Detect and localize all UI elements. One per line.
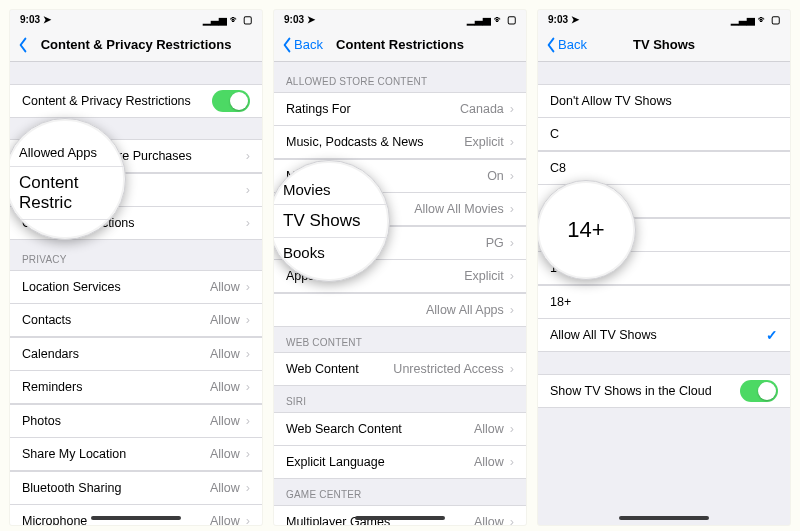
row-web-search[interactable]: Web Search ContentAllow› [274,412,526,446]
row-label: Allow All TV Shows [550,328,766,342]
scroll-area[interactable]: ALLOWED STORE CONTENT Ratings ForCanada›… [274,62,526,525]
row-value: Allow All Movies [414,202,504,216]
row-dont-allow[interactable]: Don't Allow TV Shows [538,84,790,118]
chevron-right-icon: › [246,447,250,461]
row-value: Allow [210,481,240,495]
row-rating-c[interactable]: C [538,117,790,151]
row-value: Allow [474,422,504,436]
status-right: ▁▃▅ ᯤ ▢ [203,14,252,25]
row-label: Share My Location [22,447,210,461]
chevron-right-icon: › [510,135,514,149]
status-time: 9:03 ➤ [548,14,579,25]
row-label: Contacts [22,313,210,327]
mag-line: Books [274,238,389,267]
row-value: Allow All Apps [426,303,504,317]
row-extra[interactable]: Allow All Apps› [274,293,526,327]
toggle-switch[interactable] [740,380,778,402]
row-web-content[interactable]: Web ContentUnrestricted Access› [274,352,526,386]
row-location-services[interactable]: Location ServicesAllow› [10,270,262,304]
row-rating-18[interactable]: 18+ [538,285,790,319]
chevron-left-icon [280,37,294,53]
row-value: Unrestricted Access [393,362,503,376]
section-header-privacy: PRIVACY [10,240,262,270]
chevron-right-icon: › [246,514,250,525]
row-music-podcasts[interactable]: Music, Podcasts & NewsExplicit› [274,125,526,159]
status-bar: 9:03 ➤ ▁▃▅ ᯤ ▢ [274,10,526,28]
home-indicator[interactable] [355,516,445,520]
section-header-store: ALLOWED STORE CONTENT [274,62,526,92]
nav-bar: Back Content Restrictions [274,28,526,62]
status-bar: 9:03 ➤ ▁▃▅ ᯤ ▢ [10,10,262,28]
row-toggle-restrictions[interactable]: Content & Privacy Restrictions [10,84,262,118]
chevron-right-icon: › [510,269,514,283]
checkmark-icon: ✓ [766,327,778,343]
nav-bar: Back TV Shows [538,28,790,62]
row-label: Calendars [22,347,210,361]
row-label: Web Search Content [286,422,474,436]
row-value: On [487,169,504,183]
battery-icon: ▢ [243,14,252,25]
section-header-siri: SIRI [274,386,526,412]
screen-content-restrictions: 9:03 ➤ ▁▃▅ ᯤ ▢ Back Content Restrictions… [274,10,526,525]
chevron-right-icon: › [246,280,250,294]
chevron-right-icon: › [510,202,514,216]
chevron-right-icon: › [246,481,250,495]
screen-tv-shows: 9:03 ➤ ▁▃▅ ᯤ ▢ Back TV Shows Don't Allow… [538,10,790,525]
mag-line: Content Restric [10,167,125,220]
row-value: Allow [210,414,240,428]
back-button[interactable] [10,37,30,53]
row-microphone[interactable]: MicrophoneAllow› [10,504,262,525]
status-time: 9:03 ➤ [20,14,51,25]
row-allow-all[interactable]: Allow All TV Shows✓ [538,318,790,352]
row-contacts[interactable]: ContactsAllow› [10,303,262,337]
nav-title: Content & Privacy Restrictions [10,37,262,52]
row-bluetooth-sharing[interactable]: Bluetooth SharingAllow› [10,471,262,505]
row-label: Web Content [286,362,393,376]
scroll-area[interactable]: Don't Allow TV Shows C C8 G PG 14+ 18+ A… [538,62,790,525]
row-label: Reminders [22,380,210,394]
back-button[interactable]: Back [274,37,323,53]
home-indicator[interactable] [619,516,709,520]
location-arrow-icon: ➤ [43,14,51,25]
chevron-right-icon: › [510,169,514,183]
wifi-icon: ᯤ [758,14,768,25]
toggle-switch[interactable] [212,90,250,112]
location-arrow-icon: ➤ [307,14,315,25]
section-header-gc: GAME CENTER [274,479,526,505]
back-label: Back [558,37,587,52]
row-value: Explicit [464,269,504,283]
screen-content-privacy: 9:03 ➤ ▁▃▅ ᯤ ▢ Content & Privacy Restric… [10,10,262,525]
row-calendars[interactable]: CalendarsAllow› [10,337,262,371]
row-photos[interactable]: PhotosAllow› [10,404,262,438]
back-button[interactable]: Back [538,37,587,53]
chevron-right-icon: › [510,422,514,436]
row-label: Location Services [22,280,210,294]
chevron-right-icon: › [246,380,250,394]
chevron-right-icon: › [246,313,250,327]
home-indicator[interactable] [91,516,181,520]
row-label: 18+ [550,295,778,309]
row-value: Explicit [464,135,504,149]
row-value: Canada [460,102,504,116]
chevron-right-icon: › [510,303,514,317]
chevron-right-icon: › [510,362,514,376]
chevron-right-icon: › [246,347,250,361]
nav-bar: Content & Privacy Restrictions [10,28,262,62]
row-multiplayer[interactable]: Multiplayer GamesAllow› [274,505,526,526]
row-explicit-lang[interactable]: Explicit LanguageAllow› [274,445,526,479]
row-label: Content & Privacy Restrictions [22,94,212,108]
chevron-right-icon: › [510,455,514,469]
row-share-location[interactable]: Share My LocationAllow› [10,437,262,471]
magnifier-callout: 14+ [538,180,636,280]
row-show-cloud[interactable]: Show TV Shows in the Cloud [538,374,790,408]
row-label: Don't Allow TV Shows [550,94,778,108]
row-label: Photos [22,414,210,428]
battery-icon: ▢ [507,14,516,25]
row-reminders[interactable]: RemindersAllow› [10,370,262,404]
row-ratings-for[interactable]: Ratings ForCanada› [274,92,526,126]
chevron-right-icon: › [246,414,250,428]
row-rating-c8[interactable]: C8 [538,151,790,185]
row-label: C [550,127,778,141]
row-value: Allow [210,514,240,525]
wifi-icon: ᯤ [494,14,504,25]
